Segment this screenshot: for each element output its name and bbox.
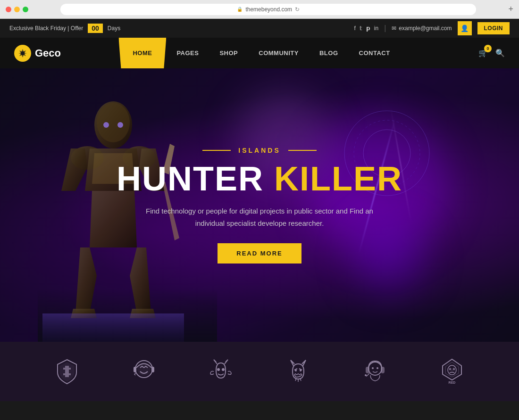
linkedin-link[interactable]: in — [374, 25, 378, 32]
icon-headset-mask[interactable] — [128, 356, 159, 387]
facebook-link[interactable]: f — [354, 25, 355, 32]
offer-text: Exclusive Black Friday | Offer — [9, 25, 83, 32]
icon-gamepad[interactable] — [206, 356, 236, 387]
email-display: ✉ example@gmail.com — [392, 25, 452, 32]
devil-face-icon — [283, 356, 313, 387]
divider: | — [384, 24, 386, 33]
navbar: Geco HOME PAGES SHOP COMMUNITY BLOG CONT… — [0, 38, 519, 68]
svg-point-3 — [97, 103, 130, 142]
refresh-icon[interactable]: ↻ — [295, 6, 300, 13]
add-tab-button[interactable]: + — [508, 4, 513, 14]
nav-contact[interactable]: CONTACT — [349, 38, 401, 68]
svg-point-16 — [217, 368, 220, 371]
svg-point-4 — [103, 122, 109, 128]
site-wrapper: Exclusive Black Friday | Offer 00 Days f… — [0, 19, 519, 420]
hero-section: ISLANDS HUNTER KILLER Find technology or… — [0, 68, 519, 342]
icon-bar: RED — [0, 342, 519, 401]
svg-text:RED: RED — [449, 381, 456, 384]
svg-point-20 — [368, 362, 382, 375]
pinterest-link[interactable]: 𝗽 — [366, 25, 370, 32]
svg-point-17 — [222, 368, 225, 371]
nav-shop[interactable]: SHOP — [209, 38, 248, 68]
svg-point-19 — [300, 370, 301, 371]
url-text: themebeyond.com — [245, 6, 292, 13]
search-icon[interactable]: 🔍 — [495, 49, 505, 58]
logo-icon — [14, 45, 31, 62]
email-text: example@gmail.com — [399, 25, 452, 32]
support-headset-icon — [360, 356, 390, 387]
browser-dots — [6, 7, 28, 12]
nav-home[interactable]: HOME — [118, 38, 166, 68]
skull-faction-icon: RED — [437, 356, 468, 387]
svg-point-25 — [365, 374, 367, 376]
icon-shield[interactable] — [51, 356, 82, 387]
logo[interactable]: Geco — [14, 45, 61, 62]
svg-point-28 — [453, 368, 455, 371]
email-icon: ✉ — [392, 25, 396, 32]
top-bar-right: f 𝕥 𝗽 in | ✉ example@gmail.com 👤 LOGIN — [354, 21, 510, 35]
hero-title-white: HUNTER — [117, 160, 264, 198]
lock-icon: 🔒 — [237, 7, 243, 12]
icon-devil[interactable] — [283, 356, 313, 387]
close-dot[interactable] — [6, 7, 11, 12]
svg-rect-14 — [134, 367, 136, 372]
hero-title: HUNTER KILLER — [94, 162, 425, 196]
icon-support[interactable] — [360, 356, 390, 387]
svg-point-27 — [449, 368, 452, 371]
svg-rect-15 — [151, 367, 154, 372]
headset-mask-icon — [128, 356, 159, 387]
social-icons: f 𝕥 𝗽 in — [354, 25, 378, 32]
user-icon-button[interactable]: 👤 — [458, 21, 472, 35]
days-label: Days — [108, 25, 120, 32]
hero-subtitle: ISLANDS — [94, 147, 425, 154]
hero-description: Find technology or people for digital pr… — [142, 205, 377, 229]
hero-content: ISLANDS HUNTER KILLER Find technology or… — [94, 147, 425, 264]
svg-rect-8 — [42, 313, 184, 342]
days-badge: 00 — [88, 24, 103, 33]
icon-skull-red[interactable]: RED — [437, 356, 468, 387]
gamepad-face-icon — [206, 356, 236, 387]
svg-point-18 — [295, 370, 297, 371]
top-bar-left: Exclusive Black Friday | Offer 00 Days — [9, 24, 120, 33]
svg-rect-22 — [381, 367, 385, 373]
nav-right: 🛒 0 🔍 — [478, 49, 505, 58]
cart-badge: 0 — [484, 45, 492, 52]
nav-blog[interactable]: BLOG — [309, 38, 349, 68]
svg-point-24 — [377, 367, 378, 369]
shield-game-icon — [51, 356, 82, 387]
browser-chrome: 🔒 themebeyond.com ↻ + — [0, 0, 519, 19]
nav-community[interactable]: COMMUNITY — [248, 38, 309, 68]
svg-point-5 — [117, 122, 123, 128]
hero-cta-button[interactable]: READ MORE — [218, 243, 301, 264]
twitter-link[interactable]: 𝕥 — [360, 25, 362, 32]
svg-point-23 — [372, 367, 374, 369]
hero-title-gold: KILLER — [274, 160, 402, 198]
svg-point-26 — [448, 365, 456, 375]
address-bar[interactable]: 🔒 themebeyond.com ↻ — [60, 4, 476, 15]
nav-links: HOME PAGES SHOP COMMUNITY BLOG CONTACT — [118, 38, 400, 68]
login-button[interactable]: LOGIN — [477, 22, 510, 34]
logo-text: Geco — [35, 47, 61, 59]
maximize-dot[interactable] — [23, 7, 28, 12]
nav-pages[interactable]: PAGES — [166, 38, 209, 68]
top-bar: Exclusive Black Friday | Offer 00 Days f… — [0, 19, 519, 38]
minimize-dot[interactable] — [14, 7, 20, 12]
cart-icon[interactable]: 🛒 0 — [478, 49, 488, 58]
svg-rect-21 — [366, 367, 369, 373]
svg-point-1 — [21, 51, 25, 55]
